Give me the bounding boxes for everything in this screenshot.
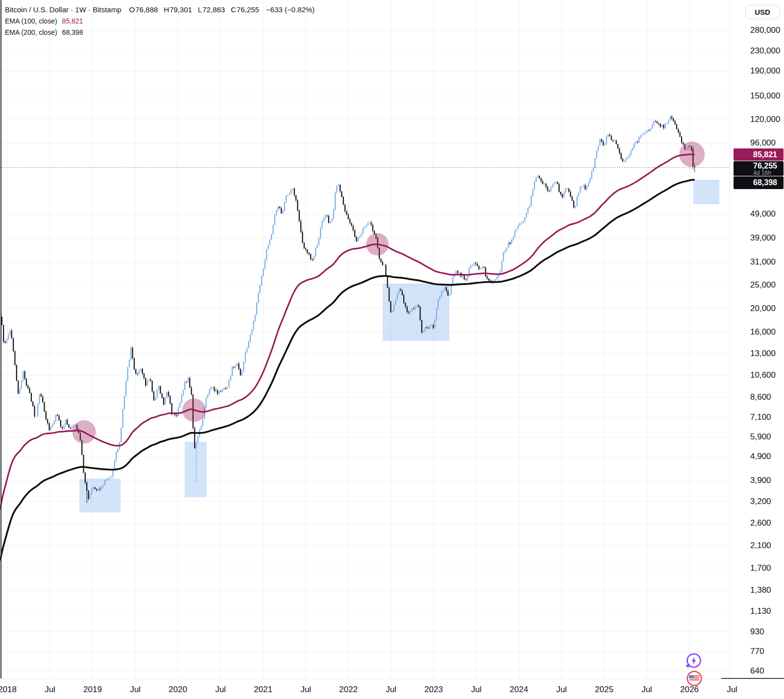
candle — [207, 394, 208, 399]
candle — [552, 184, 553, 188]
candle — [1, 316, 2, 325]
candle — [14, 351, 15, 366]
candle — [170, 395, 171, 405]
last-price-value: 76,255 — [753, 162, 784, 170]
candle — [248, 340, 249, 349]
currency-button[interactable]: USD — [745, 5, 780, 19]
candle — [606, 135, 607, 145]
price-tick-label: 31,000 — [750, 257, 776, 267]
candle — [8, 333, 9, 340]
candle — [681, 136, 682, 144]
price-chart-canvas[interactable] — [0, 0, 730, 678]
candle — [503, 251, 504, 263]
candle — [299, 210, 300, 222]
candle — [657, 121, 658, 123]
candle — [389, 287, 390, 302]
candle — [31, 392, 32, 402]
candle — [317, 243, 318, 248]
us-flag-icon[interactable] — [686, 670, 703, 687]
indicator-row-ema100[interactable]: EMA (100, close) 85,821 — [5, 16, 315, 27]
candle — [557, 181, 558, 184]
candle — [242, 370, 243, 376]
highlight-box[interactable] — [185, 442, 207, 497]
candle — [598, 145, 599, 152]
candle — [363, 227, 364, 235]
candle — [223, 387, 224, 390]
candle — [55, 414, 56, 423]
candle — [116, 451, 117, 462]
candle — [279, 206, 280, 209]
candle — [245, 350, 246, 363]
symbol-title[interactable]: Bitcoin / U.S. Dollar · 1W · Bitstamp — [5, 4, 122, 16]
highlight-box[interactable] — [79, 479, 121, 512]
candle — [642, 133, 643, 136]
candle — [251, 329, 252, 336]
candle — [573, 200, 574, 209]
candle — [191, 386, 192, 396]
candle — [258, 292, 259, 303]
candle — [68, 424, 69, 428]
candle — [37, 403, 38, 417]
candle — [627, 156, 628, 159]
supercharts-lightning-icon[interactable] — [684, 652, 704, 672]
price-tick-label: 20,000 — [750, 304, 776, 313]
candle — [645, 130, 646, 134]
candle — [581, 186, 582, 189]
price-tick-label: 10,600 — [750, 370, 776, 380]
indicator-row-ema200[interactable]: EMA (200, close) 68,398 — [5, 27, 315, 38]
candle — [488, 278, 489, 282]
candle — [670, 115, 671, 121]
price-tick-label: 5,900 — [750, 432, 771, 442]
symbol-row[interactable]: Bitcoin / U.S. Dollar · 1W · Bitstamp O7… — [5, 4, 315, 16]
candle — [237, 362, 238, 366]
candle — [183, 389, 184, 397]
candle — [44, 402, 45, 412]
candle — [505, 249, 506, 254]
ema-touch-circle[interactable] — [73, 420, 96, 444]
candle — [21, 380, 22, 389]
candle — [265, 259, 266, 270]
candle — [477, 262, 478, 266]
candle — [333, 208, 334, 220]
candle — [130, 346, 131, 362]
candle — [246, 347, 247, 353]
candle — [331, 218, 332, 223]
candle — [49, 422, 49, 431]
candle — [46, 410, 47, 421]
candle — [325, 214, 326, 220]
candle — [53, 419, 54, 425]
candle — [568, 188, 569, 193]
candle — [121, 427, 122, 443]
candle — [472, 264, 473, 267]
time-tick-label-year: 2022 — [339, 685, 358, 695]
candle — [122, 409, 123, 428]
candle — [560, 192, 561, 196]
candle — [554, 181, 555, 186]
time-tick-label-jul: Jul — [727, 685, 737, 695]
candle — [201, 425, 202, 431]
candle — [612, 140, 613, 143]
price-tick-label: 96,000 — [750, 138, 776, 148]
highlight-box[interactable] — [383, 284, 449, 341]
time-axis[interactable]: 2018Jul2019Jul2020Jul2021Jul2022Jul2023J… — [0, 678, 784, 699]
candle — [292, 188, 293, 192]
highlight-box[interactable] — [693, 180, 719, 204]
candle — [277, 205, 278, 212]
candle — [184, 380, 185, 390]
candle — [39, 394, 40, 405]
candle — [181, 394, 182, 404]
candle — [29, 387, 30, 393]
candle — [516, 228, 517, 232]
candle — [648, 129, 649, 131]
bar-countdown: 4d 16h — [753, 170, 784, 176]
candle — [24, 370, 25, 380]
ema-touch-circle[interactable] — [182, 398, 206, 422]
price-axis[interactable]: USD 280,000230,000190,000150,000120,0009… — [730, 0, 784, 678]
candle — [622, 158, 623, 162]
last-price-badge: 76,255 4d 16h — [734, 161, 784, 176]
price-tick-label: 2,100 — [750, 541, 771, 551]
ema-touch-circle[interactable] — [366, 233, 389, 256]
time-tick-label-jul: Jul — [641, 685, 652, 695]
candle — [370, 221, 371, 227]
ema-touch-circle[interactable] — [679, 142, 705, 167]
